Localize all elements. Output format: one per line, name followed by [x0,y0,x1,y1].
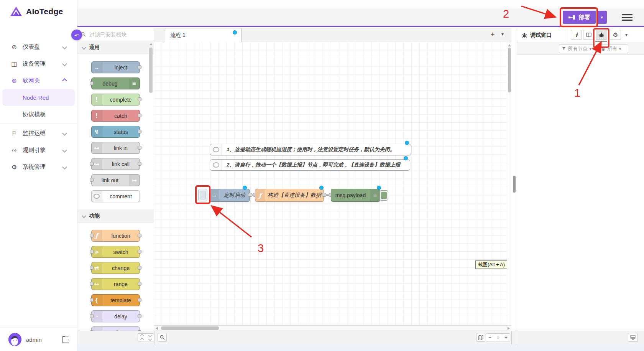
canvas-horizontal-scrollbar[interactable] [154,325,511,331]
logout-icon[interactable] [62,336,69,343]
flow-tab[interactable]: 流程 1 [165,28,242,42]
open-debug-window-button[interactable] [628,333,638,342]
palette-node-status[interactable]: status [91,126,140,138]
node-label: 定时启动 [219,189,250,201]
palette-node-function[interactable]: function [91,230,140,242]
changed-dot [319,186,324,190]
scrollbar-handle[interactable] [149,48,153,93]
node-input-port [90,162,94,166]
sidebar-menu: ⊘ 仪表盘 ◫ 设备管理 ⊛ 软网关 Node-Red 协议模板 [0,38,77,175]
sidebar-item-protocol-template[interactable]: 协议模板 [0,106,77,123]
inject-trigger-toggle[interactable] [198,189,207,201]
canvas-vertical-scrollbar[interactable] [507,42,511,325]
bug-icon [599,32,604,38]
scroll-left-arrow[interactable] [156,327,158,330]
expand-all-categories-button[interactable] [146,334,154,341]
deploy-label: 部署 [579,14,590,21]
flow-canvas: 流程 1 + ▾ 1、这是动态生成随机温湿度；使用时，注意设置定时任务，默认为关… [154,28,511,331]
zoom-in-button[interactable]: + [502,334,510,341]
navigator-button[interactable] [476,333,485,342]
node-output-port [138,250,141,254]
palette-node-list: function switch change range template [77,222,154,331]
node-output-port[interactable] [248,193,252,197]
palette-node-label: range [102,278,140,290]
function-icon: ƒ [255,189,265,201]
palette-node-debug[interactable]: debug [91,77,140,89]
flow-node-inject[interactable]: → 定时启动 [209,189,250,202]
add-flow-button[interactable]: + [488,31,497,39]
comment-node-1[interactable]: 1、这是动态生成随机温湿度；使用时，注意设置定时任务，默认为关闭。 [210,144,411,155]
chevron-down-icon [62,131,67,136]
deploy-options-dropdown[interactable]: ▾ [597,11,607,24]
palette-node-inject[interactable]: inject [91,61,140,73]
clear-messages-button[interactable]: 所有 ▾ [598,44,628,53]
palette-scrollbar[interactable] [149,43,153,273]
palette-node-switch[interactable]: switch [91,246,140,258]
sidebar-item-label: 监控运维 [23,130,46,137]
palette-node-delay[interactable]: delay [91,310,140,322]
palette-node-link-in[interactable]: link in [91,142,140,154]
sidebar-item-rules[interactable]: ∾ 规则引擎 [0,142,77,158]
main-menu-button[interactable] [622,14,632,21]
sidebar-item-node-red[interactable]: Node-Red [2,89,75,106]
palette-search-input[interactable] [89,31,148,38]
palette-node-link-call[interactable]: link call [91,158,140,170]
sidebar-item-gateway[interactable]: ⊛ 软网关 [0,72,77,89]
collapse-all-categories-button[interactable] [138,334,146,341]
deploy-button[interactable]: 部署 [563,11,596,24]
palette-node-label: complete [102,94,140,105]
clear-messages-label: 所有 [607,45,617,52]
debug-messages-button[interactable] [596,30,607,40]
panel-resize-gripper[interactable] [513,176,516,193]
chevron-down-icon [82,214,86,218]
palette-node-trigger[interactable]: trigger [91,326,140,331]
sidebar-item-label: 软网关 [23,77,40,84]
scroll-right-arrow[interactable] [508,327,510,330]
palette-node-template[interactable]: template [91,294,140,306]
scrollbar-handle[interactable] [161,326,219,330]
palette-section-header[interactable]: 功能 [77,209,154,222]
chevron-down-icon: ▾ [619,47,621,51]
sidebar-item-dashboard[interactable]: ⊘ 仪表盘 [0,38,77,55]
page-bottom-strip [77,344,644,351]
help-button[interactable] [583,30,594,40]
zoom-out-button[interactable]: − [486,334,494,341]
palette-zoom-button[interactable] [158,333,167,342]
rules-icon: ∾ [11,147,18,154]
flow-node-function[interactable]: ƒ 构造【直连设备】数据 [255,189,324,202]
node-info-button[interactable]: i [571,30,582,40]
palette-node-range[interactable]: range [91,278,140,290]
sidebar-item-system[interactable]: ⚙ 系统管理 [0,158,77,175]
canvas-grid[interactable]: 1、这是动态生成随机温湿度；使用时，注意设置定时任务，默认为关闭。 2、请自行，… [154,42,511,325]
palette-search[interactable] [77,28,154,41]
palette-node-icon [92,62,102,73]
config-nodes-button[interactable]: ⚙ [610,30,621,40]
debug-enable-toggle[interactable] [380,190,388,201]
palette-node-comment[interactable]: comment [91,190,140,202]
flow-list-dropdown[interactable]: ▾ [501,31,504,37]
palette-node-catch[interactable]: catch [91,110,140,122]
debug-tab[interactable]: 调试窗口 [517,28,567,42]
scrollbar-handle[interactable] [508,48,511,92]
comment-node-2[interactable]: 2、请自行，拖动一个【数据上报】节点，即可完成，【直连设备】数据上报 [210,159,410,171]
info-icon: i [575,31,577,39]
scroll-up-arrow[interactable] [150,43,153,45]
node-output-port[interactable] [322,193,326,197]
filter-nodes-button[interactable]: 所有节点 ▾ [559,44,595,53]
palette-node-change[interactable]: change [91,262,140,274]
palette-node-complete[interactable]: complete [91,94,140,105]
avatar[interactable] [8,333,21,346]
debug-header: 调试窗口 i ⚙ ▾ [517,28,644,42]
zoom-reset-button[interactable]: ○ [494,334,502,341]
scroll-up-arrow[interactable] [508,44,511,46]
debug-panel-dropdown[interactable]: ▾ [625,32,628,38]
node-output-port [138,65,141,69]
sidebar-item-devices[interactable]: ◫ 设备管理 [0,55,77,72]
node-input-port [90,282,94,286]
sidebar-item-monitoring[interactable]: ⚐ 监控运维 [0,125,77,142]
palette-section-header[interactable]: 通用 [77,41,154,54]
sidebar-collapse-button[interactable]: ◂≡ [71,30,82,40]
system-icon: ⚙ [11,163,18,171]
flow-node-debug[interactable]: msg.payload ≡ [331,189,380,202]
palette-node-link-out[interactable]: link out [91,174,140,186]
